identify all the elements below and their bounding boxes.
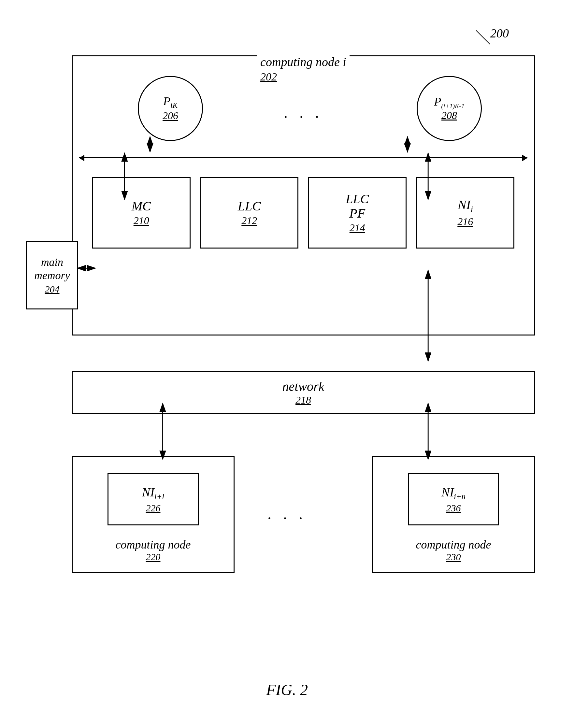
processor-pi1k1: P(i+1)K-1 208	[417, 76, 482, 141]
dots-bottom-nodes: . . .	[268, 505, 306, 523]
computing-node-230-box: NIi+n 236 computing node 230	[372, 456, 535, 573]
ni-i-box: NIi 216	[416, 177, 515, 249]
mc-box: MC 210	[92, 177, 191, 249]
network-box: network 218	[72, 371, 535, 414]
ni-i1-box: NIi+l 226	[108, 473, 199, 525]
ref-200-arrow	[476, 30, 490, 45]
dots-processors: . . .	[284, 103, 323, 122]
fig-label: FIG. 2	[266, 681, 308, 699]
computing-node-220-box: NIi+l 226 computing node 220	[72, 456, 235, 573]
ni-in-box: NIi+n 236	[408, 473, 499, 525]
llc-pf-box: LLCPF 214	[308, 177, 407, 249]
bus-arrow	[79, 157, 527, 158]
computing-node-i-label: computing node i 202	[257, 55, 350, 83]
ref-200: 200	[490, 26, 509, 40]
main-memory-box: mainmemory 204	[26, 241, 78, 309]
processor-pik: PiK 206	[138, 76, 203, 141]
component-row: MC 210 LLC 212 LLCPF 214 NIi 216	[92, 177, 515, 249]
computing-node-i-box: computing node i 202 PiK 206 . . . P(i+1…	[72, 55, 535, 336]
llc-box: LLC 212	[200, 177, 299, 249]
